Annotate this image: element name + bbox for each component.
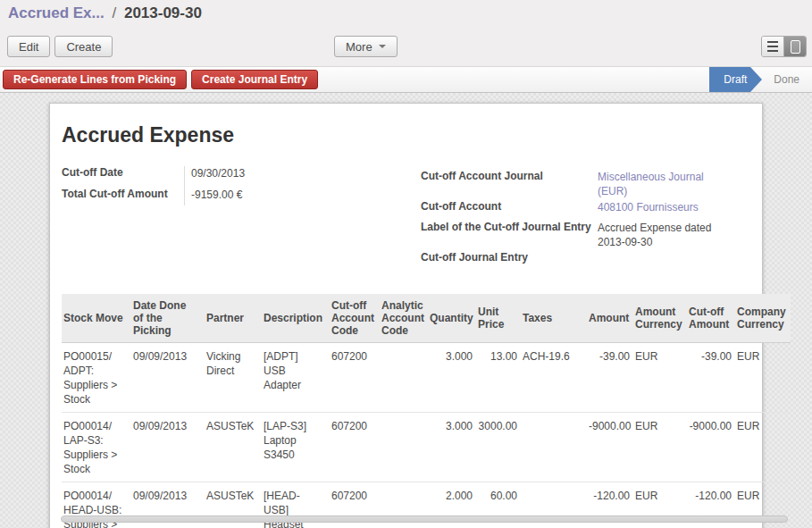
- column-header: Stock Move: [62, 294, 131, 343]
- table-cell: EUR: [633, 413, 687, 482]
- field-group-right: Cut-off Account JournalMiscellaneous Jou…: [421, 164, 733, 270]
- content-area: Accrued Expense Cut-off Date09/30/2013To…: [0, 93, 812, 528]
- table-cell: PO00015/​ADPT: Suppliers > Stock: [62, 343, 131, 413]
- create-journal-entry-button[interactable]: Create Journal Entry: [191, 70, 318, 89]
- table-cell: EUR: [633, 343, 687, 413]
- list-view-button[interactable]: [762, 37, 783, 56]
- table-cell: Vicking Direct: [205, 343, 262, 413]
- table-cell: [380, 413, 428, 482]
- table-cell: PO00014/​LAP-S3: Suppliers > Stock: [62, 413, 131, 482]
- column-header: Date Done of the Picking: [131, 294, 205, 343]
- table-cell: -39.00: [687, 343, 735, 413]
- lines-table-body: PO00015/​ADPT: Suppliers > Stock09/​09/​…: [62, 343, 791, 528]
- table-cell: 3.000: [428, 343, 476, 413]
- field-label: Cut-off Date: [62, 164, 184, 179]
- edit-create-group: Edit Create: [7, 36, 113, 57]
- form-sheet: Accrued Expense Cut-off Date09/30/2013To…: [49, 103, 763, 528]
- lines-table-head: Stock MoveDate Done of the PickingPartne…: [62, 294, 791, 343]
- field-row: Cut-off Date09/30/2013: [62, 164, 409, 186]
- field-value-link[interactable]: 408100 Fournisseurs: [598, 198, 732, 214]
- column-header: Company Currency: [735, 294, 791, 343]
- table-cell: -9000.00: [587, 413, 633, 482]
- field-label: Label of the Cut-off Journal Entry: [421, 219, 598, 233]
- field-label: Cut-off Journal Entry: [421, 249, 598, 264]
- column-header: Amount Currency: [633, 294, 687, 343]
- breadcrumb-current: 2013-09-30: [124, 4, 202, 21]
- field-section: Cut-off Date09/30/2013Total Cut-off Amou…: [62, 164, 762, 270]
- table-cell: 09/​09/​2013: [131, 343, 205, 413]
- breadcrumb-separator: /: [108, 4, 120, 21]
- field-value: 09/30/2013: [184, 164, 245, 180]
- more-dropdown-wrap: More: [334, 36, 398, 57]
- horizontal-scrollbar[interactable]: [61, 515, 788, 523]
- odoo-form-screen: Accrued Ex... / 2013-09-30 Edit Create M…: [0, 0, 812, 528]
- column-header: Analytic Account Code: [380, 294, 428, 343]
- table-cell: [LAP-S3] Laptop S3450: [262, 413, 330, 482]
- field-row: Cut-off Account408100 Fournisseurs: [421, 198, 733, 219]
- table-cell: [ADPT] USB Adapter: [262, 343, 330, 413]
- column-header: Unit Price: [476, 294, 521, 343]
- field-value: Accrued Expense dated 2013-09-30: [598, 219, 732, 249]
- field-row: Label of the Cut-off Journal EntryAccrue…: [421, 219, 733, 249]
- field-value: -9159.00 €: [184, 186, 242, 202]
- table-cell: 13.00: [476, 343, 521, 413]
- regenerate-lines-button[interactable]: Re-Generate Lines from Picking: [3, 70, 187, 89]
- field-label: Cut-off Account: [421, 198, 598, 213]
- table-cell: 607200: [330, 413, 380, 482]
- field-value-link[interactable]: Miscellaneous Journal (EUR): [598, 168, 732, 198]
- column-header: Amount: [587, 294, 633, 343]
- more-button-label: More: [346, 40, 373, 54]
- breadcrumb-parent-link[interactable]: Accrued Ex...: [8, 4, 105, 21]
- create-button[interactable]: Create: [54, 36, 113, 57]
- table-cell: -9000.00: [687, 413, 735, 482]
- column-header: Quantity: [428, 294, 476, 343]
- field-row: Total Cut-off Amount-9159.00 €: [62, 186, 409, 207]
- statusbar: Draft Done: [709, 67, 812, 92]
- action-strip: Re-Generate Lines from Picking Create Jo…: [0, 66, 812, 93]
- breadcrumb-bar: Accrued Ex... / 2013-09-30: [0, 0, 812, 27]
- table-row[interactable]: PO00015/​ADPT: Suppliers > Stock09/​09/​…: [62, 343, 791, 413]
- field-row: Cut-off Journal Entry: [421, 249, 733, 270]
- column-header: Cut-off Amount: [687, 294, 735, 343]
- table-cell: -39.00: [587, 343, 633, 413]
- form-view-button[interactable]: [783, 37, 806, 56]
- table-cell: EUR: [735, 413, 791, 482]
- table-cell: ACH-19.6: [521, 343, 587, 413]
- breadcrumb: Accrued Ex... / 2013-09-30: [8, 4, 202, 22]
- lines-table-zone: Stock MoveDate Done of the PickingPartne…: [62, 294, 762, 528]
- lines-table: Stock MoveDate Done of the PickingPartne…: [62, 294, 791, 528]
- table-cell: EUR: [735, 343, 791, 413]
- action-buttons: Re-Generate Lines from Picking Create Jo…: [3, 70, 318, 89]
- chevron-down-icon: [379, 45, 386, 48]
- column-header: Partner: [205, 294, 262, 343]
- table-cell: ASUSTeK: [205, 413, 262, 482]
- table-cell: 607200: [330, 343, 380, 413]
- field-row: Cut-off Account JournalMiscellaneous Jou…: [421, 168, 733, 198]
- view-switcher: [761, 36, 807, 57]
- column-header: Taxes: [521, 294, 587, 343]
- list-view-icon: [767, 41, 778, 52]
- field-label: Cut-off Account Journal: [421, 168, 598, 182]
- field-label: Total Cut-off Amount: [62, 186, 184, 200]
- table-cell: 3.000: [428, 413, 476, 482]
- table-cell: [521, 413, 587, 482]
- more-button[interactable]: More: [334, 36, 398, 57]
- form-view-icon: [791, 40, 800, 54]
- table-cell: 09/​09/​2013: [131, 413, 205, 482]
- field-value: [598, 249, 732, 251]
- field-group-left: Cut-off Date09/30/2013Total Cut-off Amou…: [62, 164, 409, 270]
- edit-button[interactable]: Edit: [7, 36, 50, 57]
- table-row[interactable]: PO00014/​LAP-S3: Suppliers > Stock09/​09…: [62, 413, 791, 482]
- column-header: Description: [262, 294, 330, 343]
- table-cell: [380, 343, 428, 413]
- page-title: Accrued Expense: [62, 123, 762, 147]
- table-cell: 3000.00: [476, 413, 521, 482]
- column-header: Cut-off Account Code: [330, 294, 380, 343]
- toolbar: Edit Create More: [0, 27, 812, 66]
- status-draft: Draft: [709, 67, 750, 92]
